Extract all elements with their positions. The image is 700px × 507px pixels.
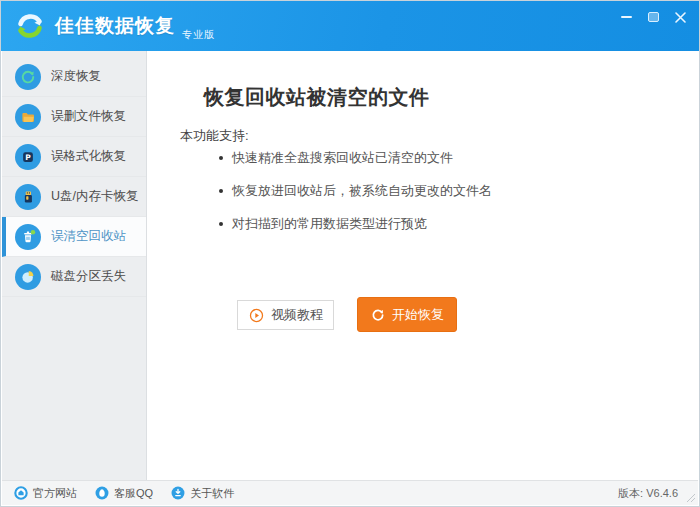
recycle-bin-trash-icon	[15, 224, 41, 250]
sidebar-item-deep-recovery[interactable]: 深度恢复	[2, 57, 146, 97]
app-window: 佳佳数据恢复 专业版 深度恢复	[0, 0, 700, 507]
statusbar: 官方网站 客服QQ 关于软件 版本: V6.4.6	[2, 480, 698, 505]
sidebar-item-label: 误删文件恢复	[51, 108, 126, 125]
feature-item: 恢复放进回收站后，被系统自动更改的文件名	[219, 182, 492, 200]
sidebar-item-label: U盘/内存卡恢复	[51, 188, 139, 205]
sidebar-item-label: 误清空回收站	[51, 228, 126, 245]
feature-item: 对扫描到的常用数据类型进行预览	[219, 215, 492, 233]
sidebar-item-label: 磁盘分区丢失	[51, 268, 126, 285]
svg-text:P: P	[25, 153, 31, 162]
about-download-icon	[171, 486, 185, 500]
sidebar-item-label: 误格式化恢复	[51, 148, 126, 165]
official-website-label: 官方网站	[33, 486, 77, 501]
qq-support-link[interactable]: 客服QQ	[95, 486, 153, 501]
close-icon	[675, 12, 686, 23]
edition-badge: 专业版	[182, 28, 215, 42]
video-tutorial-label: 视频教程	[271, 306, 323, 324]
sidebar-item-deleted-file-recovery[interactable]: 误删文件恢复	[2, 97, 146, 137]
video-tutorial-button[interactable]: 视频教程	[237, 300, 334, 330]
feature-list: 快速精准全盘搜索回收站已清空的文件 恢复放进回收站后，被系统自动更改的文件名 对…	[219, 149, 492, 248]
start-recovery-label: 开始恢复	[392, 306, 444, 324]
maximize-icon	[648, 12, 659, 22]
qq-support-label: 客服QQ	[114, 486, 153, 501]
app-logo-icon	[14, 10, 46, 42]
close-button[interactable]	[671, 8, 689, 26]
minimize-icon	[621, 16, 632, 18]
sidebar-item-usb-card-recovery[interactable]: U盘/内存卡恢复	[2, 177, 146, 217]
start-recovery-button[interactable]: 开始恢复	[357, 297, 457, 332]
sidebar-item-label: 深度恢复	[51, 68, 101, 85]
titlebar: 佳佳数据恢复 专业版	[1, 1, 699, 51]
refresh-icon	[370, 307, 386, 323]
page-title: 恢复回收站被清空的文件	[204, 84, 430, 111]
minimize-button[interactable]	[617, 8, 635, 26]
app-title: 佳佳数据恢复	[55, 13, 175, 39]
resize-grip[interactable]	[686, 493, 696, 503]
maximize-button[interactable]	[644, 8, 662, 26]
qq-icon	[95, 486, 109, 500]
play-icon	[248, 307, 265, 324]
usb-card-icon	[15, 184, 41, 210]
format-recovery-icon: P	[15, 144, 41, 170]
about-software-link[interactable]: 关于软件	[171, 486, 234, 501]
deleted-file-folder-icon	[15, 104, 41, 130]
sidebar-item-format-recovery[interactable]: P 误格式化恢复	[2, 137, 146, 177]
deep-scan-refresh-icon	[15, 64, 41, 90]
version-text: 版本: V6.4.6	[618, 486, 678, 501]
sidebar-item-disk-partition-lost[interactable]: 磁盘分区丢失	[2, 257, 146, 297]
feature-item: 快速精准全盘搜索回收站已清空的文件	[219, 149, 492, 167]
official-website-link[interactable]: 官方网站	[14, 486, 77, 501]
support-label: 本功能支持:	[180, 127, 249, 145]
disk-partition-pie-icon	[15, 264, 41, 290]
home-icon	[14, 486, 28, 500]
main-panel: 恢复回收站被清空的文件 本功能支持: 快速精准全盘搜索回收站已清空的文件 恢复放…	[147, 51, 698, 480]
sidebar-item-recycle-bin-recovery[interactable]: 误清空回收站	[2, 217, 146, 257]
sidebar: 深度恢复 误删文件恢复 P 误格式化恢复	[2, 51, 147, 480]
about-software-label: 关于软件	[190, 486, 234, 501]
